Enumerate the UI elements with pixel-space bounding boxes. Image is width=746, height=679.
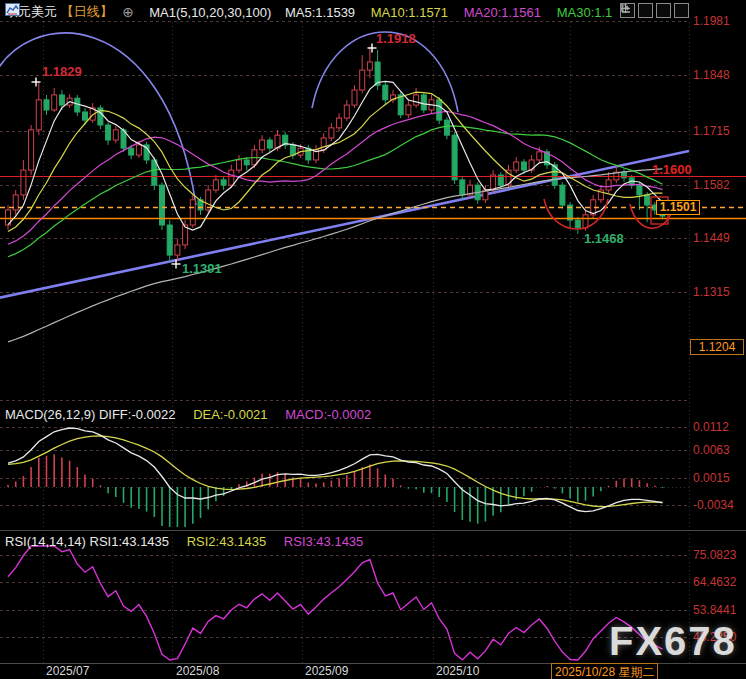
price-annotation: 1.1391 [182,261,222,276]
date-axis: 2025/072025/082025/092025/102025/10/28 星… [0,663,746,679]
date-label: 2025/07 [46,664,89,678]
last-price-tag: 1.1501 [656,200,700,215]
pan-right-icon[interactable] [674,3,689,18]
price-axis-label: 1.1848 [693,68,745,82]
chart-header: 欧元美元 【日线】 ⊕ MA1(5,10,20,30,100) MA5:1.15… [5,3,612,21]
low-level-tag: 1.1204 [690,339,744,355]
axis-scale-left-icon[interactable] [638,3,653,18]
macd-dea-label: DEA:-0.0021 [193,407,267,422]
date-label: 2025/09 [305,664,348,678]
chart-canvas[interactable] [0,0,746,679]
resistance-level-label: 1.1600 [652,162,692,177]
timeframe-label[interactable]: 【日线】 [61,4,113,19]
macd-axis-label: 0.0015 [693,471,745,485]
price-axis-label: 1.1582 [693,178,745,192]
macd-axis-label: -0.0034 [693,498,745,512]
macd-diff-label: MACD(26,12,9) DIFF:-0.0022 [5,407,176,422]
rsi-axis-label: 64.4632 [693,575,745,589]
chart-toolbar [620,3,689,18]
ma10-value: MA10:1.1571 [371,5,448,20]
current-date-label: 2025/10/28 星期二 [551,663,658,679]
rsi1-label: RSI(14,14,14) RSI1:43.1435 [5,534,169,549]
price-annotation: 1.1918 [376,31,416,46]
price-annotation: 1.1829 [42,64,82,79]
date-label: 2025/10 [436,664,479,678]
macd-axis-label: 0.0112 [693,420,745,434]
chart-window: 欧元美元 【日线】 ⊕ MA1(5,10,20,30,100) MA5:1.15… [0,0,746,679]
rsi-axis-label: 53.8441 [693,603,745,617]
date-label: 2025/08 [176,664,219,678]
macd-axis-label: 0.0063 [693,443,745,457]
rsi-label-row: RSI(14,14,14) RSI1:43.1435 RSI2:43.1435 … [5,534,377,549]
price-axis-label: 1.1981 [693,14,745,28]
rsi2-label: RSI2:43.1435 [187,534,267,549]
price-axis-label: 1.1449 [693,231,745,245]
rsi3-label: RSI3:43.1435 [284,534,364,549]
macd-macd-label: MACD:-0.0002 [285,407,371,422]
add-indicator-icon[interactable]: ⊕ [122,4,134,20]
price-axis-label: 1.1315 [693,285,745,299]
macd-label-row: MACD(26,12,9) DIFF:-0.0022 DEA:-0.0021 M… [5,407,385,422]
ma-param-label: MA1(5,10,20,30,100) [149,5,271,20]
price-axis-label: 1.1715 [693,124,745,138]
axis-scale-right-icon[interactable] [656,3,671,18]
price-annotation: 1.1468 [584,231,624,246]
ma30-value: MA30:1.1 [557,5,613,20]
ma20-value: MA20:1.1561 [464,5,541,20]
ma5-value: MA5:1.1539 [285,5,355,20]
rsi-axis-label: 75.0823 [693,548,745,562]
watermark: FX678 [609,619,737,664]
